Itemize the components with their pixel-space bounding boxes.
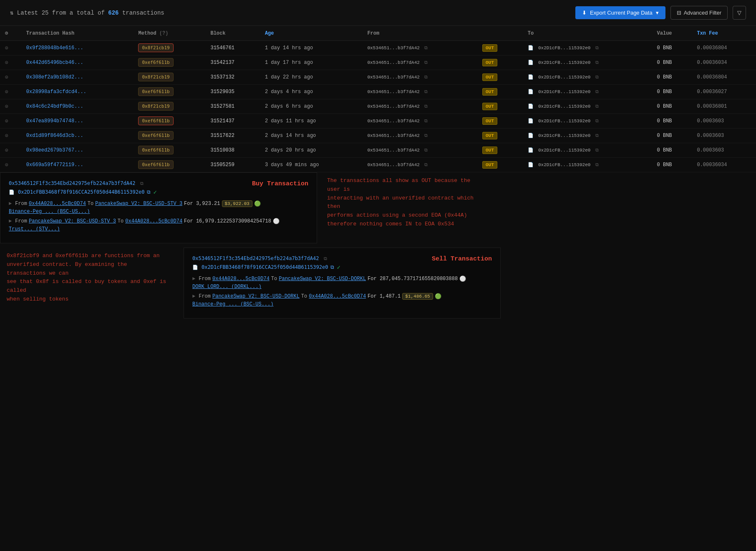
method-badge-1[interactable]: 0xef6f611b	[138, 58, 173, 67]
copy-from-icon-4[interactable]: ⧉	[424, 104, 428, 109]
copy-to-icon-7[interactable]: ⧉	[595, 148, 599, 153]
sell-row1-token-link[interactable]: DORK LORD... (DORKL...)	[192, 284, 262, 290]
buy-panel: 0x5346512F1f3c354Ebd242975efb224a7b3f7dA…	[0, 172, 317, 243]
to-addr-7[interactable]: 0x2D1cFB...115392e0	[538, 148, 590, 153]
from-addr-5[interactable]: 0x534651...b3f7dA42	[367, 119, 419, 124]
method-badge-7[interactable]: 0xef6f611b	[138, 146, 173, 154]
direction-badge-2: OUT	[482, 73, 497, 81]
method-badge-3[interactable]: 0xef6f611b	[138, 87, 173, 96]
copy-from-icon-6[interactable]: ⧉	[424, 133, 428, 138]
copy-icon-sell-contract[interactable]: ⧉	[330, 264, 334, 270]
copy-from-icon-8[interactable]: ⧉	[424, 162, 428, 167]
tx-hash-link-8[interactable]: 0x669a59f4772119...	[26, 162, 83, 168]
copy-icon-sell-from[interactable]: ⧉	[324, 256, 327, 261]
eye-icon-6[interactable]: ⊙	[5, 133, 8, 139]
from-addr-3[interactable]: 0x534651...b3f7dA42	[367, 89, 419, 94]
annotation-bottom-left: 0x8f21cbf9 and 0xef6f611b are functions …	[0, 248, 175, 308]
eye-icon-1[interactable]: ⊙	[5, 60, 8, 66]
to-addr-2[interactable]: 0x2D1cFB...115392e0	[538, 75, 590, 80]
tx-hash-link-3[interactable]: 0x28998afa3cfdcd4...	[26, 89, 86, 95]
buy-row2-token-link[interactable]: Trust... (STV...)	[9, 226, 60, 232]
block-num-6[interactable]: 31517622	[210, 133, 234, 139]
to-addr-5[interactable]: 0x2D1cFB...115392e0	[538, 119, 590, 124]
bottom-row2: 0x8f21cbf9 and 0xef6f611b are functions …	[0, 248, 756, 318]
sell-row1-from-link[interactable]: 0x44A028...5cBc0D74	[212, 276, 270, 282]
copy-to-icon-6[interactable]: ⧉	[595, 133, 599, 138]
block-num-2[interactable]: 31537132	[210, 74, 234, 80]
block-num-4[interactable]: 31527581	[210, 104, 234, 109]
row-block-7: 31510038	[205, 143, 260, 158]
tx-hash-link-6[interactable]: 0xd1d89f8646d3cb...	[26, 133, 83, 139]
copy-icon-buy-from[interactable]: ⧉	[140, 181, 144, 186]
copy-to-icon-2[interactable]: ⧉	[595, 75, 599, 80]
block-num-0[interactable]: 31546761	[210, 45, 234, 51]
copy-to-icon-5[interactable]: ⧉	[595, 119, 599, 124]
block-num-1[interactable]: 31542137	[210, 60, 234, 66]
tx-hash-link-5[interactable]: 0x47ea8994b74748...	[26, 118, 83, 124]
to-addr-8[interactable]: 0x2D1cFB...115392e0	[538, 162, 590, 167]
from-addr-4[interactable]: 0x534651...b3f7dA42	[367, 104, 419, 109]
copy-from-icon-0[interactable]: ⧉	[424, 45, 428, 51]
buy-row2-from-link[interactable]: PancakeSwap V2: BSC-USD-STV 3	[29, 218, 116, 224]
to-addr-6[interactable]: 0x2D1cFB...115392e0	[538, 133, 590, 138]
eye-icon-7[interactable]: ⊙	[5, 147, 8, 154]
method-badge-0[interactable]: 0x8f21cb19	[138, 43, 173, 52]
tx-hash-link-7[interactable]: 0x98eed2679b3767...	[26, 147, 83, 153]
eye-icon-4[interactable]: ⊙	[5, 104, 8, 110]
block-num-8[interactable]: 31505259	[210, 162, 234, 168]
to-addr-0[interactable]: 0x2D1cFB...115392e0	[538, 45, 590, 51]
to-addr-3[interactable]: 0x2D1cFB...115392e0	[538, 89, 590, 94]
buy-row1-from-link[interactable]: 0x44A028...5cBc0D74	[29, 201, 86, 207]
extra-filter-button[interactable]: ▽	[733, 6, 746, 20]
from-addr-7[interactable]: 0x534651...b3f7dA42	[367, 148, 419, 153]
advanced-filter-button[interactable]: ⊟ Advanced Filter	[670, 6, 728, 20]
direction-badge-7: OUT	[482, 147, 497, 154]
tx-hash-link-1[interactable]: 0x442d65496bcb46...	[26, 60, 83, 66]
method-badge-2[interactable]: 0x8f21cb19	[138, 73, 173, 81]
copy-to-icon-0[interactable]: ⧉	[595, 45, 599, 51]
block-num-5[interactable]: 31521437	[210, 118, 234, 124]
export-button[interactable]: ⬇ Export Current Page Data ▾	[575, 6, 665, 19]
copy-to-icon-3[interactable]: ⧉	[595, 89, 599, 94]
method-badge-5[interactable]: 0xef6f611b	[138, 116, 173, 125]
copy-from-icon-1[interactable]: ⧉	[424, 60, 428, 65]
copy-from-icon-2[interactable]: ⧉	[424, 75, 428, 80]
tx-hash-link-0[interactable]: 0x9f288048b4e616...	[26, 45, 83, 51]
eye-icon-0[interactable]: ⊙	[5, 45, 8, 51]
method-badge-6[interactable]: 0xef6f611b	[138, 131, 173, 140]
copy-from-icon-3[interactable]: ⧉	[424, 89, 428, 94]
sell-row1-to-link[interactable]: PancakeSwap V2: BSC-USD-DORKL	[279, 276, 366, 282]
to-addr-1[interactable]: 0x2D1cFB...115392e0	[538, 60, 590, 65]
doc-icon-sell: 📄	[192, 265, 198, 270]
copy-from-icon-5[interactable]: ⧉	[424, 119, 428, 124]
tx-hash-link-2[interactable]: 0x308ef2a9b108d2...	[26, 74, 83, 80]
block-num-3[interactable]: 31529035	[210, 89, 234, 95]
from-addr-6[interactable]: 0x534651...b3f7dA42	[367, 133, 419, 138]
sell-row2-to-link[interactable]: 0x44A028...5cBc0D74	[309, 293, 366, 299]
buy-row1-token-link[interactable]: Binance-Peg ... (BSC-US...)	[9, 209, 90, 215]
eye-icon-5[interactable]: ⊙	[5, 118, 8, 124]
copy-icon-buy-contract[interactable]: ⧉	[147, 189, 151, 195]
eye-icon-8[interactable]: ⊙	[5, 162, 8, 168]
row-to-2: 📄 0x2D1cFB...115392e0 ⧉	[523, 70, 652, 85]
sell-row2-from-link[interactable]: PancakeSwap V2: BSC-USD-DORKL	[212, 293, 300, 299]
method-badge-4[interactable]: 0x8f21cb19	[138, 102, 173, 111]
from-addr-2[interactable]: 0x534651...b3f7dA42	[367, 75, 419, 80]
copy-to-icon-8[interactable]: ⧉	[595, 162, 599, 167]
row-value-6: 0 BNB	[652, 129, 692, 143]
sell-row2-token-link[interactable]: Binance-Peg ... (BSC-US...)	[192, 301, 273, 307]
tx-hash-link-4[interactable]: 0x84c6c24bdf9b0c...	[26, 104, 83, 109]
eye-icon-3[interactable]: ⊙	[5, 89, 8, 95]
from-addr-1[interactable]: 0x534651...b3f7dA42	[367, 60, 419, 65]
eye-icon-2[interactable]: ⊙	[5, 74, 8, 81]
copy-to-icon-1[interactable]: ⧉	[595, 60, 599, 65]
from-addr-0[interactable]: 0x534651...b3f7dA42	[367, 45, 419, 51]
buy-row1-to-link[interactable]: PancakeSwap V2: BSC-USD-STV 3	[95, 201, 182, 207]
copy-from-icon-7[interactable]: ⧉	[424, 148, 428, 153]
method-badge-8[interactable]: 0xef6f611b	[138, 160, 173, 169]
from-addr-8[interactable]: 0x534651...b3f7dA42	[367, 162, 419, 167]
to-addr-4[interactable]: 0x2D1cFB...115392e0	[538, 104, 590, 109]
block-num-7[interactable]: 31510038	[210, 147, 234, 153]
buy-row2-to-link[interactable]: 0x44A028...5cBc0D74	[125, 218, 182, 224]
copy-to-icon-4[interactable]: ⧉	[595, 104, 599, 109]
